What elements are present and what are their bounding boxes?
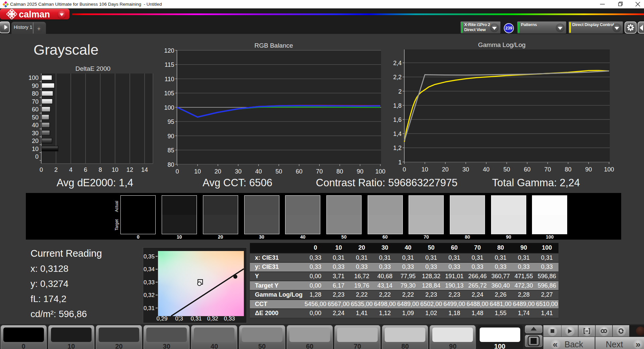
- svg-text:2: 2: [398, 88, 401, 95]
- svg-text:4: 4: [69, 166, 72, 173]
- svg-text:90: 90: [357, 168, 363, 175]
- svg-text:1,6: 1,6: [393, 116, 401, 123]
- svg-text:100: 100: [604, 166, 614, 173]
- svg-text:50: 50: [275, 168, 282, 175]
- svg-text:80: 80: [32, 90, 39, 97]
- svg-text:60: 60: [524, 166, 531, 173]
- svg-text:30: 30: [32, 130, 39, 137]
- svg-text:70: 70: [32, 98, 39, 105]
- svg-text:115: 115: [165, 61, 174, 68]
- svg-text:85: 85: [167, 147, 174, 154]
- svg-text:20: 20: [215, 168, 221, 175]
- svg-text:95: 95: [167, 118, 174, 125]
- svg-text:50: 50: [32, 114, 39, 121]
- svg-text:30: 30: [235, 168, 241, 175]
- svg-text:14: 14: [141, 166, 148, 173]
- svg-text:70: 70: [316, 168, 323, 175]
- svg-text:80: 80: [167, 161, 174, 168]
- svg-text:0,34: 0,34: [144, 266, 155, 272]
- svg-text:70: 70: [544, 166, 551, 173]
- svg-text:12: 12: [126, 166, 133, 173]
- svg-text:40: 40: [255, 168, 262, 175]
- svg-text:0: 0: [175, 168, 179, 175]
- svg-text:RGB Balance: RGB Balance: [254, 42, 293, 49]
- svg-text:8: 8: [99, 166, 102, 173]
- svg-text:1,2: 1,2: [393, 145, 401, 151]
- svg-text:105: 105: [164, 90, 174, 97]
- svg-text:10: 10: [422, 166, 428, 173]
- svg-text:60: 60: [296, 168, 303, 175]
- svg-text:6: 6: [84, 166, 87, 173]
- svg-text:10: 10: [194, 168, 201, 175]
- svg-text:0,33: 0,33: [144, 279, 155, 286]
- svg-text:Gamma Log/Log: Gamma Log/Log: [478, 42, 526, 48]
- svg-text:30: 30: [463, 166, 469, 173]
- svg-text:80: 80: [336, 168, 343, 175]
- svg-text:2,4: 2,4: [393, 60, 401, 66]
- svg-text:20: 20: [442, 166, 449, 173]
- svg-text:0: 0: [40, 166, 43, 173]
- svg-text:0,32: 0,32: [144, 292, 155, 298]
- svg-text:50: 50: [503, 166, 510, 173]
- svg-text:100: 100: [29, 74, 39, 81]
- svg-text:90: 90: [32, 83, 39, 89]
- svg-text:60: 60: [32, 106, 39, 113]
- svg-text:0,31: 0,31: [144, 305, 155, 311]
- svg-text:2: 2: [54, 166, 58, 173]
- svg-text:1,4: 1,4: [393, 131, 401, 137]
- svg-text:40: 40: [483, 166, 490, 173]
- svg-text:2,2: 2,2: [393, 74, 401, 81]
- svg-text:0: 0: [35, 153, 39, 160]
- svg-text:90: 90: [167, 133, 174, 140]
- svg-text:100: 100: [164, 104, 174, 111]
- svg-text:1: 1: [398, 159, 401, 166]
- svg-text:0: 0: [403, 166, 406, 173]
- svg-text:20: 20: [32, 138, 39, 144]
- svg-text:40: 40: [32, 122, 39, 129]
- svg-text:100: 100: [375, 168, 385, 175]
- svg-text:0,35: 0,35: [144, 253, 155, 260]
- svg-text:120: 120: [164, 47, 174, 54]
- svg-text:1,8: 1,8: [393, 102, 401, 109]
- svg-text:10: 10: [112, 166, 118, 173]
- svg-text:80: 80: [565, 166, 572, 173]
- svg-text:90: 90: [585, 166, 592, 173]
- svg-text:10: 10: [32, 146, 39, 152]
- svg-text:DeltaE 2000: DeltaE 2000: [75, 65, 111, 72]
- svg-text:110: 110: [165, 76, 174, 83]
